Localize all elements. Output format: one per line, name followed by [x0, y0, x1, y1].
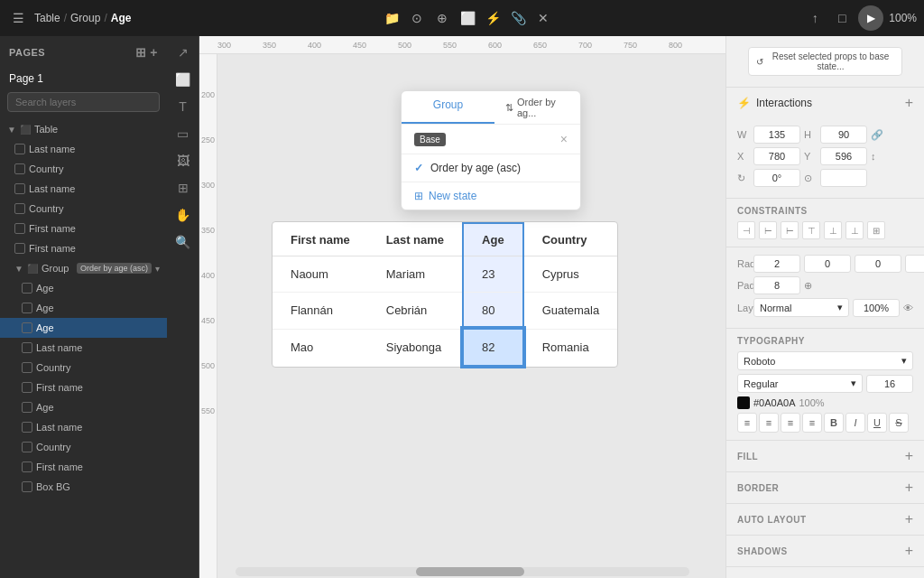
- image-tool[interactable]: 🖼: [171, 148, 196, 173]
- component-tool[interactable]: ⊞: [171, 175, 196, 200]
- radius-tl[interactable]: [753, 255, 800, 273]
- layer-age-2[interactable]: Age: [0, 298, 167, 318]
- checkbox-last-name-3[interactable]: [22, 342, 32, 353]
- align-left-btn[interactable]: ≡: [737, 413, 757, 433]
- constraint-bottom[interactable]: ⊥: [845, 221, 864, 239]
- checkbox-box-bg[interactable]: [22, 481, 32, 492]
- autolayout-add-button[interactable]: +: [905, 511, 913, 527]
- checkbox-age-2[interactable]: [22, 303, 32, 313]
- layer-first-name-3[interactable]: First name: [0, 378, 167, 397]
- font-weight-dropdown[interactable]: Regular ▾: [737, 374, 863, 393]
- constraint-center-v[interactable]: ⊥: [824, 221, 842, 239]
- lock-aspect-icon[interactable]: 🔗: [871, 129, 883, 141]
- circle-icon[interactable]: ⊙: [406, 7, 428, 29]
- zoom-level[interactable]: 100%: [889, 12, 917, 24]
- layer-country-3[interactable]: Country: [0, 358, 167, 378]
- share-icon[interactable]: ↑: [804, 7, 826, 29]
- dropdown-order-item[interactable]: ✓ Order by age (asc): [402, 154, 580, 182]
- breadcrumb-group[interactable]: Group: [70, 12, 100, 24]
- checkbox-age-1[interactable]: [22, 283, 32, 294]
- layer-country-1[interactable]: Country: [0, 159, 167, 179]
- clip-icon[interactable]: 📎: [507, 7, 529, 29]
- layer-group[interactable]: ▼ ⬛ Group Order by age (asc) ▾: [0, 258, 167, 278]
- checkbox-country-2[interactable]: [14, 203, 25, 214]
- round-input[interactable]: [820, 169, 867, 187]
- checkbox-first-name-1[interactable]: [14, 223, 25, 234]
- text-tool[interactable]: T: [171, 94, 196, 119]
- pages-grid-icon[interactable]: ⊞: [135, 45, 147, 60]
- dropdown-tab-group[interactable]: Group: [402, 91, 494, 124]
- menu-icon[interactable]: ☰: [7, 7, 29, 29]
- layer-age-3[interactable]: Age: [0, 318, 167, 338]
- padding-input[interactable]: [753, 276, 800, 294]
- dropdown-tab-order[interactable]: ⇅ Order by ag...: [494, 91, 580, 124]
- breadcrumb-table[interactable]: Table: [34, 12, 60, 24]
- layer-first-name-2[interactable]: First name: [0, 238, 167, 258]
- strikethrough-btn[interactable]: S: [889, 413, 909, 433]
- constraint-scale[interactable]: ⊞: [867, 221, 885, 239]
- border-add-button[interactable]: +: [905, 480, 913, 496]
- font-color-swatch[interactable]: [737, 396, 750, 409]
- checkbox-first-name-2[interactable]: [14, 243, 25, 254]
- rotation-input[interactable]: [753, 169, 800, 187]
- checkbox-age-4[interactable]: [22, 402, 32, 413]
- flash-icon[interactable]: ⚡: [482, 7, 504, 29]
- checkbox-first-name-3[interactable]: [22, 382, 32, 393]
- checkbox-last-name-1[interactable]: [14, 144, 25, 154]
- search-tool[interactable]: 🔍: [171, 229, 196, 255]
- checkbox-country-3[interactable]: [22, 362, 32, 373]
- constraint-top[interactable]: ⊤: [802, 221, 820, 239]
- constraint-left[interactable]: ⊣: [737, 221, 755, 239]
- close-icon[interactable]: ✕: [532, 7, 554, 29]
- layer-table[interactable]: ▼ ⬛ Table: [0, 119, 167, 139]
- checkbox-country-1[interactable]: [14, 163, 25, 174]
- move-tool[interactable]: ↗: [171, 40, 196, 65]
- layer-first-name-1[interactable]: First name: [0, 219, 167, 238]
- layer-first-name-4[interactable]: First name: [0, 457, 167, 477]
- layer-country-2[interactable]: Country: [0, 199, 167, 219]
- fill-add-button[interactable]: +: [905, 448, 913, 464]
- page-1[interactable]: Page 1: [0, 69, 167, 89]
- radius-bl[interactable]: [905, 255, 924, 273]
- bold-btn[interactable]: B: [824, 413, 844, 433]
- underline-btn[interactable]: U: [867, 413, 887, 433]
- layer-last-name-1[interactable]: Last name: [0, 139, 167, 159]
- layer-country-4[interactable]: Country: [0, 437, 167, 457]
- search-layers-input[interactable]: [7, 92, 160, 112]
- opacity-input[interactable]: [853, 299, 900, 317]
- layer-age-4[interactable]: Age: [0, 397, 167, 417]
- checkbox-age-3[interactable]: [22, 322, 32, 333]
- file-icon[interactable]: 📁: [381, 7, 402, 29]
- layer-last-name-2[interactable]: Last name: [0, 179, 167, 199]
- font-size-input[interactable]: [866, 375, 913, 393]
- frame-tool[interactable]: ⬜: [171, 67, 196, 92]
- align-center-btn[interactable]: ≡: [759, 413, 779, 433]
- layer-age-1[interactable]: Age: [0, 278, 167, 298]
- height-input[interactable]: [820, 126, 867, 144]
- group-dropdown-icon[interactable]: ▾: [155, 264, 160, 274]
- reset-props-button[interactable]: ↺ Reset selected props to base state...: [748, 47, 902, 76]
- italic-btn[interactable]: I: [845, 413, 865, 433]
- padding-link-icon[interactable]: ⊕: [804, 280, 812, 292]
- device-preview-icon[interactable]: □: [831, 7, 853, 29]
- interactions-add-button[interactable]: +: [905, 95, 913, 111]
- checkbox-last-name-4[interactable]: [22, 422, 32, 433]
- checkbox-country-4[interactable]: [22, 442, 32, 452]
- radius-br[interactable]: [855, 255, 901, 273]
- table-widget[interactable]: First name Last name Age Country Naoum M…: [272, 221, 618, 368]
- hand-tool[interactable]: ✋: [171, 202, 196, 228]
- inner-shadows-add-button[interactable]: +: [905, 574, 913, 578]
- x-input[interactable]: [753, 147, 800, 165]
- pages-add-icon[interactable]: +: [150, 45, 158, 60]
- blend-mode-dropdown[interactable]: Normal ▾: [753, 298, 849, 317]
- cell-age-3[interactable]: 82: [463, 329, 523, 366]
- frame-icon[interactable]: ⬜: [457, 7, 478, 29]
- plus-circle-icon[interactable]: ⊕: [431, 7, 453, 29]
- canvas-scrollbar[interactable]: [236, 567, 689, 576]
- align-right-btn[interactable]: ≡: [781, 413, 800, 433]
- width-input[interactable]: [753, 126, 800, 144]
- y-input[interactable]: [820, 147, 867, 165]
- shadows-add-button[interactable]: +: [905, 543, 913, 559]
- play-button[interactable]: ▶: [858, 5, 883, 31]
- visibility-icon[interactable]: 👁: [903, 303, 913, 313]
